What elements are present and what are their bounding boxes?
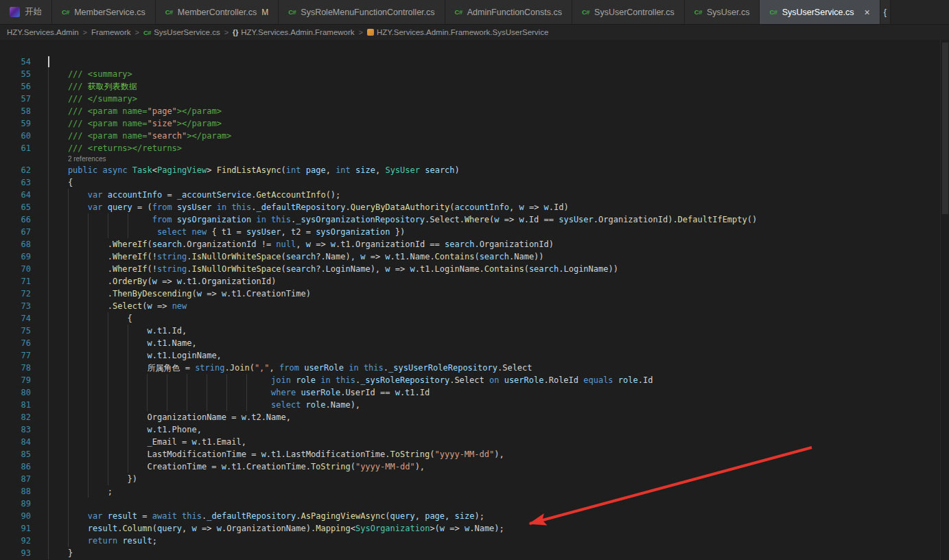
scrollbar-thumb[interactable] xyxy=(942,43,948,214)
code-line[interactable]: 90var result = await this._defaultReposi… xyxy=(0,510,949,522)
code-line[interactable]: 73.Select(w => new xyxy=(0,300,949,312)
line-number[interactable]: 64 xyxy=(0,189,31,201)
line-number[interactable]: 55 xyxy=(0,68,31,80)
line-number[interactable]: 61 xyxy=(0,142,31,154)
code-line[interactable]: 74{ xyxy=(0,312,949,325)
code-line[interactable]: 84_Email = w.t1.Email, xyxy=(0,436,949,448)
line-number[interactable]: 90 xyxy=(0,510,31,522)
line-number[interactable]: 88 xyxy=(0,485,31,498)
line-number[interactable]: 62 xyxy=(0,164,31,176)
line-number[interactable]: 91 xyxy=(0,522,31,535)
code-line[interactable]: 67select new { t1 = sysUser, t2 = sysOrg… xyxy=(0,226,949,238)
line-number[interactable]: 60 xyxy=(0,130,31,142)
codelens-label[interactable]: 2 references xyxy=(68,154,106,164)
editor-tab-partial[interactable]: 开始 xyxy=(0,0,52,24)
code-line[interactable]: 63{ xyxy=(0,176,949,189)
code-line[interactable]: 71.OrderBy(w => w.t1.OrganizationId) xyxy=(0,275,949,288)
breadcrumb-item[interactable]: C#SysUserService.cs xyxy=(143,28,220,36)
editor-tab-partial[interactable]: { xyxy=(880,0,891,24)
code-line[interactable]: 75w.t1.Id, xyxy=(0,325,949,337)
editor-tab-AdminFunctionConsts.cs[interactable]: C#AdminFunctionConsts.cs xyxy=(445,0,572,24)
code-line[interactable]: 58/// <param name="page"></param> xyxy=(0,105,949,117)
line-number[interactable]: 76 xyxy=(0,337,31,349)
line-number[interactable]: 78 xyxy=(0,362,31,374)
editor-tab-SysRoleMenuFunctionController.cs[interactable]: C#SysRoleMenuFunctionController.cs xyxy=(279,0,445,24)
line-number[interactable]: 67 xyxy=(0,226,31,238)
line-number[interactable]: 86 xyxy=(0,460,31,473)
line-number[interactable]: 87 xyxy=(0,473,31,485)
line-number[interactable]: 58 xyxy=(0,105,31,117)
code-line[interactable]: 91result.Column(query, w => w.Organizati… xyxy=(0,522,949,535)
line-number[interactable]: 73 xyxy=(0,300,31,312)
code-line[interactable]: 83w.t1.Phone, xyxy=(0,423,949,436)
code-line[interactable]: 56/// 获取列表数据 xyxy=(0,80,949,93)
code-area[interactable]: 5455/// <summary>56/// 获取列表数据57/// </sum… xyxy=(0,40,949,559)
line-number[interactable]: 89 xyxy=(0,498,31,510)
line-number[interactable]: 57 xyxy=(0,93,31,105)
line-number[interactable]: 56 xyxy=(0,80,31,93)
breadcrumb-item[interactable]: HZY.Services.Admin.Framework.SysUserServ… xyxy=(367,28,548,36)
line-number[interactable]: 71 xyxy=(0,275,31,288)
code-line[interactable]: 76w.t1.Name, xyxy=(0,337,949,349)
line-number[interactable]: 85 xyxy=(0,448,31,460)
close-icon[interactable]: × xyxy=(865,8,870,17)
line-number[interactable]: 59 xyxy=(0,117,31,130)
code-line[interactable]: 77w.t1.LoginName, xyxy=(0,349,949,362)
line-number[interactable]: 65 xyxy=(0,201,31,213)
line-number[interactable]: 84 xyxy=(0,436,31,448)
line-number[interactable]: 74 xyxy=(0,312,31,325)
codelens-row[interactable]: 2 references xyxy=(0,154,949,164)
line-number[interactable]: 54 xyxy=(0,56,31,68)
code-line[interactable]: 55/// <summary> xyxy=(0,68,949,80)
code-line[interactable]: 80where userRole.UserId == w.t1.Id xyxy=(0,386,949,399)
editor-tab-SysUser.cs[interactable]: C#SysUser.cs xyxy=(685,0,760,24)
code-line[interactable]: 66from sysOrganization in this._sysOrgan… xyxy=(0,213,949,226)
scrollbar[interactable] xyxy=(940,40,949,560)
code-line[interactable]: 78所属角色 = string.Join(",", from userRole … xyxy=(0,362,949,374)
editor-tab-MemberService.cs[interactable]: C#MemberService.cs xyxy=(52,0,156,24)
code-editor[interactable]: 5455/// <summary>56/// 获取列表数据57/// </sum… xyxy=(0,40,949,560)
line-number[interactable]: 82 xyxy=(0,411,31,423)
breadcrumb-item[interactable]: HZY.Services.Admin xyxy=(7,28,79,36)
line-number[interactable]: 81 xyxy=(0,399,31,411)
code-line[interactable]: 70.WhereIf(!string.IsNullOrWhiteSpace(se… xyxy=(0,263,949,275)
line-number[interactable]: 79 xyxy=(0,374,31,386)
code-line[interactable]: 81select role.Name), xyxy=(0,399,949,411)
code-line[interactable]: 92return result; xyxy=(0,535,949,547)
code-line[interactable]: 93} xyxy=(0,547,949,559)
code-line[interactable]: 85LastModificationTime = w.t1.LastModifi… xyxy=(0,448,949,460)
line-number[interactable]: 75 xyxy=(0,325,31,337)
editor-tab-SysUserController.cs[interactable]: C#SysUserController.cs xyxy=(572,0,685,24)
code-line[interactable]: 61/// <returns></returns> xyxy=(0,142,949,154)
code-line[interactable]: 60/// <param name="search"></param> xyxy=(0,130,949,142)
line-number[interactable]: 69 xyxy=(0,250,31,263)
code-line[interactable]: 64var accountInfo = _accountService.GetA… xyxy=(0,189,949,201)
line-number[interactable]: 92 xyxy=(0,535,31,547)
code-line[interactable]: 72.ThenByDescending(w => w.t1.CreationTi… xyxy=(0,288,949,300)
line-number[interactable]: 83 xyxy=(0,423,31,436)
code-line[interactable]: 86CreationTime = w.t1.CreationTime.ToStr… xyxy=(0,460,949,473)
code-line[interactable]: 88; xyxy=(0,485,949,498)
code-line[interactable]: 65var query = (from sysUser in this._def… xyxy=(0,201,949,213)
code-line[interactable]: 59/// <param name="size"></param> xyxy=(0,117,949,130)
code-line[interactable]: 79join role in this._sysRoleRepository.S… xyxy=(0,374,949,386)
editor-tab-SysUserService.cs[interactable]: C#SysUserService.cs× xyxy=(760,0,880,24)
code-line[interactable]: 82OrganizationName = w.t2.Name, xyxy=(0,411,949,423)
breadcrumb-item[interactable]: Framework xyxy=(91,28,131,36)
line-number[interactable]: 66 xyxy=(0,213,31,226)
code-line[interactable]: 87}) xyxy=(0,473,949,485)
code-line[interactable]: 54 xyxy=(0,56,949,68)
breadcrumb-item[interactable]: {}HZY.Services.Admin.Framework xyxy=(233,28,355,36)
code-line[interactable]: 57/// </summary> xyxy=(0,93,949,105)
line-number[interactable]: 72 xyxy=(0,288,31,300)
code-line[interactable]: 69.WhereIf(!string.IsNullOrWhiteSpace(se… xyxy=(0,250,949,263)
code-line[interactable]: 62public async Task<PagingView> FindList… xyxy=(0,164,949,176)
line-number[interactable]: 77 xyxy=(0,349,31,362)
line-number[interactable]: 93 xyxy=(0,547,31,559)
line-number[interactable]: 70 xyxy=(0,263,31,275)
line-number[interactable]: 63 xyxy=(0,176,31,189)
code-line[interactable]: 89 xyxy=(0,498,949,510)
code-line[interactable]: 68.WhereIf(search.OrganizationId != null… xyxy=(0,238,949,250)
line-number[interactable]: 68 xyxy=(0,238,31,250)
line-number[interactable]: 80 xyxy=(0,386,31,399)
